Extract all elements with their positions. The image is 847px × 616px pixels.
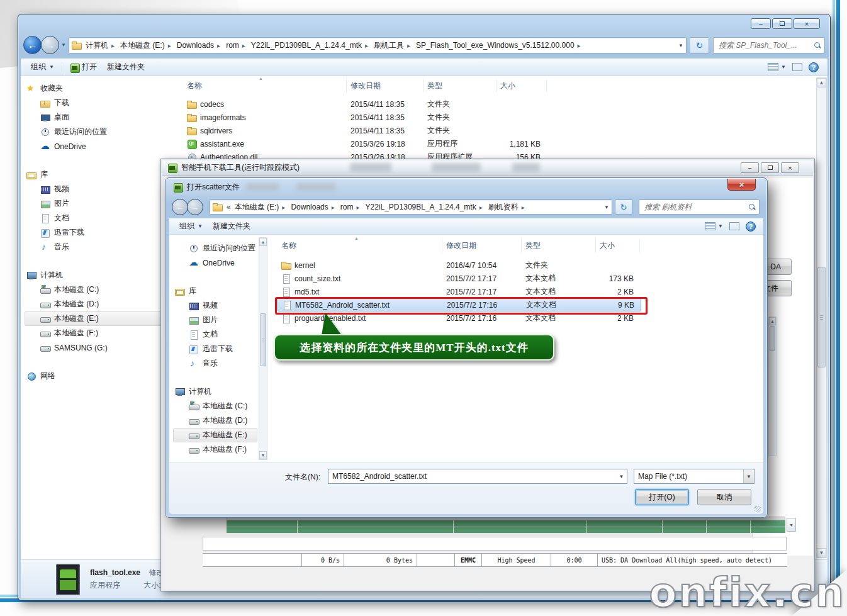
scrollbar-thumb[interactable] (817, 267, 826, 367)
cancel-button[interactable]: 取消 (697, 489, 751, 505)
breadcrumb-item[interactable]: 计算机 (84, 40, 119, 51)
sidebar-item[interactable]: 本地磁盘 (F:) (25, 326, 164, 340)
app-maximize-button[interactable] (761, 162, 779, 173)
scroll-up-icon[interactable]: ▲ (769, 317, 776, 325)
sidebar-item[interactable]: 网络 (25, 369, 164, 383)
refresh-button[interactable]: ↻ (690, 37, 709, 53)
address-bar[interactable]: 计算机本地磁盘 (E:)DownloadsromY22iL_PD1309BL_A… (69, 37, 687, 53)
file-row[interactable]: count_size.txt 2015/7/2 17:17 文本文档 173 K… (278, 272, 641, 285)
sidebar-item[interactable]: 最近访问的位置 (173, 241, 257, 255)
new-folder-button[interactable]: 新建文件夹 (102, 60, 150, 74)
open-button[interactable]: 打开 (65, 60, 102, 74)
sidebar-item[interactable]: 迅雷下载 (173, 342, 257, 356)
file-row[interactable]: imageformats 2015/4/11 18:35 文件夹 (183, 111, 548, 124)
address-dropdown-icon[interactable]: ▼ (678, 43, 683, 48)
breadcrumb-item[interactable]: Y22iL_PD1309BL_A_1.24.4_mtk (364, 203, 487, 211)
views-button[interactable]: ▼ (768, 63, 786, 71)
scrollbar-thumb[interactable] (770, 326, 775, 351)
filename-combobox[interactable]: MT6582_Android_scatter.txt ▼ (328, 469, 627, 484)
file-row[interactable]: assistant.exe 2015/3/26 19:18 应用程序 1,181… (183, 137, 548, 150)
breadcrumb-item[interactable]: SP_Flash_Tool_exe_Windows_v5.1512.00.000 (415, 41, 585, 50)
sidebar-item[interactable]: 本地磁盘 (D:) (173, 413, 257, 428)
resize-grip[interactable] (754, 506, 761, 512)
sidebar-item[interactable]: OneDrive (25, 139, 164, 154)
dialog-back-button[interactable]: ← (172, 199, 188, 215)
sidebar-item[interactable]: 音乐 (173, 356, 257, 371)
column-header-date[interactable]: 修改日期 (442, 238, 522, 252)
breadcrumb-item[interactable]: 本地磁盘 (E:) (119, 40, 176, 51)
sidebar-item[interactable]: 最近访问的位置 (25, 125, 164, 139)
app-close-button[interactable]: × (781, 162, 799, 173)
scroll-down-icon[interactable]: ▼ (817, 548, 826, 557)
sidebar-item[interactable]: 视频 (25, 182, 164, 196)
back-button[interactable]: ← (23, 36, 42, 54)
sidebar-item[interactable]: 本地磁盘 (D:) (25, 297, 164, 311)
scrollbar-thumb[interactable] (260, 313, 266, 366)
breadcrumb-item[interactable]: Y22iL_PD1309BL_A_1.24.4_mtk (250, 41, 373, 50)
sidebar-item[interactable]: 收藏夹 (25, 81, 164, 96)
dialog-search-input[interactable] (643, 202, 749, 212)
breadcrumb-item[interactable]: rom (339, 203, 364, 211)
sidebar-item[interactable]: 图片 (25, 196, 164, 211)
sidebar-item[interactable]: OneDrive (173, 255, 257, 270)
breadcrumb-collapse-chevrons[interactable]: « (227, 203, 231, 211)
breadcrumb-item[interactable]: Downloads (289, 203, 339, 211)
dialog-search-box[interactable] (639, 199, 760, 215)
open-confirm-button[interactable]: 打开(O) (635, 489, 689, 505)
sidebar-item[interactable]: 计算机 (25, 268, 164, 283)
breadcrumb-item[interactable]: 刷机工具 (373, 40, 415, 51)
dialog-sidebar-scrollbar[interactable]: ▲ ▼ (259, 237, 267, 460)
search-input[interactable] (717, 40, 814, 50)
scroll-down-icon[interactable]: ▼ (259, 451, 267, 459)
filename-dropdown-icon[interactable]: ▼ (616, 469, 627, 483)
dialog-new-folder-button[interactable]: 新建文件夹 (208, 219, 255, 233)
dialog-refresh-button[interactable]: ↻ (615, 199, 632, 215)
sidebar-item[interactable]: 本地磁盘 (C:) (25, 283, 164, 297)
dialog-forward-button[interactable]: → (187, 199, 203, 215)
sidebar-item[interactable]: 本地磁盘 (F:) (173, 442, 257, 457)
sidebar-item[interactable]: 本地磁盘 (E:) (25, 311, 164, 326)
dialog-close-button[interactable]: × (727, 179, 756, 191)
column-header-name[interactable]: 名称 (183, 79, 347, 92)
column-header-size[interactable]: 大小 (496, 79, 547, 92)
nav-history-dropdown[interactable]: ▼ (61, 42, 66, 48)
sidebar-item[interactable]: 下载 (25, 96, 164, 110)
dialog-address-bar[interactable]: « 本地磁盘 (E:)DownloadsromY22iL_PD1309BL_A_… (210, 199, 612, 215)
preview-pane-button[interactable] (792, 63, 802, 71)
sidebar-item[interactable]: 桌面 (25, 110, 164, 125)
sidebar-item[interactable]: 本地磁盘 (C:) (173, 399, 257, 413)
column-header-date[interactable]: 修改日期 (347, 79, 424, 92)
forward-button[interactable]: → (41, 36, 59, 54)
organize-button[interactable]: 组织▼ (26, 60, 59, 74)
table-scroll-down-icon[interactable]: ▼ (787, 518, 796, 532)
column-header-size[interactable]: 大小 (596, 238, 640, 252)
help-button[interactable]: ? (809, 62, 819, 72)
minimize-button[interactable]: − (751, 18, 771, 29)
breadcrumb-item[interactable]: 刷机资料 (487, 202, 529, 213)
flashtool-scrollbar-fragment[interactable]: ▲ (768, 316, 777, 456)
scroll-up-icon[interactable]: ▲ (259, 238, 267, 246)
breadcrumb-item[interactable]: 本地磁盘 (E:) (233, 202, 290, 213)
scroll-up-icon[interactable]: ▲ (817, 78, 826, 87)
sidebar-item[interactable]: 计算机 (173, 384, 257, 399)
file-row[interactable]: kernel 2016/4/7 10:54 文件夹 (278, 259, 641, 272)
filetype-combobox[interactable]: Map File (*.txt) ▼ (634, 469, 754, 484)
sidebar-item[interactable]: 迅雷下载 (25, 225, 164, 240)
app-minimize-button[interactable]: − (741, 162, 759, 173)
column-header-type[interactable]: 类型 (424, 79, 496, 92)
column-header-name[interactable]: 名称 (278, 238, 442, 252)
sidebar-item[interactable]: 视频 (173, 298, 257, 313)
dialog-views-button[interactable]: ▼ (705, 222, 723, 230)
dialog-preview-pane-button[interactable] (729, 222, 739, 230)
breadcrumb-item[interactable]: rom (225, 41, 250, 50)
file-row[interactable]: codecs 2015/4/11 18:35 文件夹 (183, 98, 548, 111)
file-row[interactable]: sqldrivers 2015/4/11 18:35 文件夹 (183, 124, 548, 137)
sidebar-item[interactable]: 库 (25, 167, 164, 182)
search-box[interactable] (713, 37, 825, 53)
sidebar-item[interactable]: 本地磁盘 (E:) (173, 428, 257, 442)
maximize-button[interactable] (772, 18, 792, 29)
explorer-scrollbar[interactable]: ▲ ▼ (816, 77, 827, 558)
dialog-help-button[interactable]: ? (746, 221, 756, 232)
file-row[interactable]: md5.txt 2015/7/2 17:17 文本文档 2 KB (278, 285, 641, 298)
partition-row[interactable] (227, 527, 785, 533)
